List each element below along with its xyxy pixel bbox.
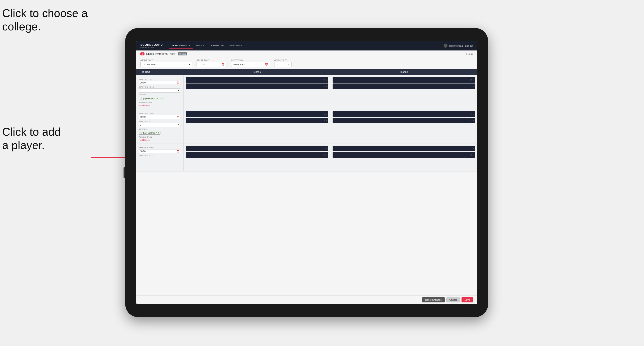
nav-committee[interactable]: COMMITTEE <box>207 43 226 48</box>
chevron-icon-5-1[interactable]: ▾ <box>326 147 327 150</box>
x-icon-5-1[interactable]: ✕ <box>323 147 325 150</box>
starting-time-label-2: STARTING TIME: <box>139 113 181 115</box>
chevron-icon-6-2[interactable]: ▾ <box>473 154 474 156</box>
starting-time-value-3[interactable]: 10:20 ⏰ <box>139 149 181 153</box>
event-name: Clippd Invitational <box>146 52 168 55</box>
chevron-icon-4-2[interactable]: ▾ <box>473 120 474 122</box>
x-icon-3-1[interactable]: ✕ <box>323 113 325 115</box>
group-size-select[interactable]: 3 ▾ <box>274 62 292 67</box>
x-icon-3-2[interactable]: ✕ <box>323 120 325 122</box>
group-team1-2: ✕ ▾ ✕ ▾ <box>184 109 330 143</box>
player-slot-1-2[interactable]: ✕ ▾ <box>186 83 328 89</box>
reset-button[interactable]: Reset Changes <box>422 297 445 302</box>
starting-time-value-2[interactable]: 10:10 ⏰ <box>139 115 181 119</box>
course-tag-1[interactable]: 🏌 (A) Peachtree GC × ▾ <box>139 97 164 100</box>
player-slot-1-1[interactable]: ✕ ▾ <box>186 77 328 83</box>
group-team2-2: ✕ ▾ ✕ ▾ <box>330 109 477 143</box>
main-content: STARTING TIME: 10:00 ⏰ STARTING HOLE: 1 … <box>136 75 477 295</box>
x-icon-5-2[interactable]: ✕ <box>323 154 325 156</box>
chevron-icon-1-2[interactable]: ▾ <box>326 85 327 88</box>
chevron-icon-1-1[interactable]: ▾ <box>326 79 327 81</box>
x-icon-6-1[interactable]: ✕ <box>470 147 472 150</box>
player-slot-6-2[interactable]: ✕ ▾ <box>332 152 475 158</box>
player-slot-4-2[interactable]: ✕ ▾ <box>332 118 475 123</box>
start-type-select[interactable]: 1st Tee Start ▾ <box>140 62 192 67</box>
chevron-icon-4-1[interactable]: ▾ <box>473 113 474 115</box>
table-header: Tee Time Team 1 Team 2 <box>136 69 477 75</box>
group-team1-3: ✕ ▾ ✕ ▾ <box>184 144 330 171</box>
x-icon-1-1[interactable]: ✕ <box>323 79 325 81</box>
remove-group-2[interactable]: Remove Group <box>139 136 181 138</box>
chevron-icon-5-2[interactable]: ▾ <box>326 154 327 156</box>
form-row: Start Type 1st Tee Start ▾ Start Time 10… <box>136 57 477 69</box>
group-size-group: Group Size 3 ▾ <box>274 59 292 67</box>
logo-sub: Powered by clippd <box>140 46 163 48</box>
event-logo-badge: C <box>140 52 144 55</box>
player-slot-4-1[interactable]: ✕ ▾ <box>332 111 475 117</box>
remove-group-1[interactable]: Remove Group <box>139 102 181 104</box>
course-tag-area-1: 🏌 (A) Peachtree GC × ▾ <box>139 96 181 100</box>
player-slot-2-2[interactable]: ✕ ▾ <box>332 83 475 89</box>
sign-out-link[interactable]: Sign out <box>465 45 473 47</box>
nav-teams[interactable]: TEAMS <box>193 43 207 48</box>
chevron-icon-6-1[interactable]: ▾ <box>473 147 474 150</box>
chevron-icon-2-2[interactable]: ▾ <box>473 85 474 88</box>
tablet-side-button <box>124 167 125 178</box>
chevron-icon-h2: ▾ <box>178 124 179 126</box>
player-slot-2-1[interactable]: ✕ ▾ <box>332 77 475 83</box>
x-icon-2-1[interactable]: ✕ <box>470 79 472 81</box>
nav-items: TOURNAMENTS TEAMS COMMITTEE RANKINGS <box>169 43 444 48</box>
nav-rankings[interactable]: RANKINGS <box>227 43 244 48</box>
col-team1: Team 1 <box>184 71 330 73</box>
cancel-button[interactable]: Cancel <box>446 297 460 302</box>
chevron-course-2[interactable]: ▾ <box>158 132 159 134</box>
course-tag-2[interactable]: 🏌 East Lake GC × ▾ <box>139 131 160 135</box>
x-icon-6-2[interactable]: ✕ <box>470 154 472 156</box>
event-gender: (Men) <box>170 53 176 55</box>
sub-header: C Clippd Invitational (Men) Hosting < Ba… <box>136 50 477 57</box>
group-left-2: STARTING TIME: 10:10 ⏰ STARTING HOLE: 1 … <box>136 109 184 143</box>
x-icon-2-2[interactable]: ✕ <box>470 85 472 88</box>
starting-hole-label-3: STARTING HOLE: <box>139 155 181 157</box>
remove-course-icon-1[interactable]: × <box>160 98 161 100</box>
col-team2: Team 2 <box>330 71 477 73</box>
starting-hole-label-1: STARTING HOLE: <box>139 86 181 88</box>
back-button[interactable]: < Back <box>466 53 473 55</box>
add-group-2[interactable]: + Add Group <box>139 139 181 141</box>
clock-icon-g2: ⏰ <box>177 116 179 118</box>
group-row-3: STARTING TIME: 10:20 ⏰ STARTING HOLE: ✕ … <box>136 144 477 172</box>
chevron-down-icon-group: ▾ <box>288 63 290 66</box>
header-right: blair@clippd.io Sign out <box>444 44 473 48</box>
starting-hole-value-2[interactable]: 1 ▾ <box>139 123 181 127</box>
start-time-input[interactable]: 10:00 ⏰ <box>196 62 227 67</box>
player-slot-5-1[interactable]: ✕ ▾ <box>186 146 328 151</box>
starting-time-value-1[interactable]: 10:00 ⏰ <box>139 81 181 85</box>
player-slot-6-1[interactable]: ✕ ▾ <box>332 146 475 151</box>
group-row-2: STARTING TIME: 10:10 ⏰ STARTING HOLE: 1 … <box>136 109 477 144</box>
chevron-icon-2-1[interactable]: ▾ <box>473 79 474 81</box>
save-button[interactable]: Save <box>462 297 473 302</box>
chevron-icon-3-1[interactable]: ▾ <box>326 113 327 115</box>
chevron-icon-3-2[interactable]: ▾ <box>326 120 327 122</box>
player-slot-3-2[interactable]: ✕ ▾ <box>186 118 328 123</box>
starting-hole-value-1[interactable]: 1 ▾ <box>139 88 181 93</box>
remove-course-icon-2[interactable]: × <box>156 132 157 134</box>
col-tee-time: Tee Time <box>136 71 184 73</box>
group-team2-3: ✕ ▾ ✕ ▾ <box>330 144 477 171</box>
starting-time-label-1: STARTING TIME: <box>139 78 181 80</box>
player-slot-5-2[interactable]: ✕ ▾ <box>186 152 328 158</box>
app-header: SCOREBOARD Powered by clippd TOURNAMENTS… <box>136 41 477 50</box>
intervals-select[interactable]: 10 Minutes ⏰ <box>231 62 270 67</box>
start-time-group: Start Time 10:00 ⏰ <box>196 59 227 67</box>
x-icon-4-2[interactable]: ✕ <box>470 120 472 122</box>
x-icon-1-2[interactable]: ✕ <box>323 85 325 88</box>
group-left-1: STARTING TIME: 10:00 ⏰ STARTING HOLE: 1 … <box>136 75 184 109</box>
event-title-area: C Clippd Invitational (Men) Hosting <box>140 52 187 55</box>
add-group-1[interactable]: + Add Group <box>139 105 181 107</box>
group-team2-1: ✕ ▾ ✕ ▾ <box>330 75 477 109</box>
x-icon-4-1[interactable]: ✕ <box>470 113 472 115</box>
course-tag-area-2: 🏌 East Lake GC × ▾ <box>139 131 181 135</box>
chevron-course-1[interactable]: ▾ <box>162 98 162 100</box>
player-slot-3-1[interactable]: ✕ ▾ <box>186 111 328 117</box>
nav-tournaments[interactable]: TOURNAMENTS <box>169 43 193 48</box>
